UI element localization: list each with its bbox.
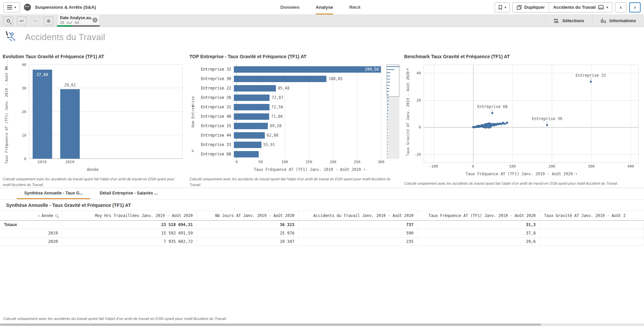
bar[interactable]	[234, 76, 326, 82]
bar-category-label[interactable]: Entreprise 32	[197, 67, 234, 72]
chevron-down-icon: ▾	[505, 6, 506, 9]
scrollbar-thumb[interactable]	[0, 324, 541, 326]
column-header[interactable]: Taux Gravité AT Janv. 2019 - Août 2	[540, 211, 644, 221]
selections-tool-button[interactable]: Sélections	[545, 15, 592, 27]
tab-detail-entreprise[interactable]: Détail Entreprise - Salariés ...	[92, 188, 165, 199]
y-axis-label: ▶ Taux Fréquence AT (TF1) Janv. 2019 - A…	[3, 65, 9, 159]
table-footnote: Calculé uniquement avec les accidents du…	[0, 315, 644, 323]
step-forward-icon[interactable]: ↪	[30, 16, 40, 25]
bar[interactable]	[33, 70, 52, 159]
x-tick-label: 150	[306, 160, 312, 164]
bar-category-label[interactable]: Entreprise 68	[197, 152, 234, 156]
bar-category-label[interactable]: Entreprise 33	[197, 142, 234, 147]
container-tabs: Synthèse Annuelle - Taux G... Détail Ent…	[0, 188, 644, 200]
bar-value-label: 55,91	[263, 142, 275, 147]
bookmarks-button[interactable]: ▾	[495, 2, 510, 12]
bar[interactable]	[234, 95, 270, 101]
bar-category-label[interactable]: Entreprise 30	[197, 76, 234, 81]
summary-table: ▲AnnéeMoy Hrs Travaillées Janv. 2019 - A…	[0, 211, 644, 246]
sheet: ß Accidents du Travail Evolution Taux Gr…	[0, 27, 644, 326]
svg-text:ß: ß	[13, 38, 15, 42]
clear-selections-icon[interactable]: ⊗	[44, 16, 53, 25]
selection-chip[interactable]: Date Analyse.au... 20 sur 64 ×	[57, 15, 100, 27]
bar[interactable]	[60, 89, 80, 159]
bar-category-label[interactable]: Entreprise 48	[197, 114, 234, 119]
cell: 590	[299, 229, 418, 238]
bar-row: Entreprise 4871,86	[197, 112, 399, 121]
step-back-icon[interactable]: ↩	[17, 16, 27, 25]
bar[interactable]	[234, 85, 276, 92]
axis-scroll-icon[interactable]: ▶	[407, 68, 409, 71]
bar[interactable]	[234, 123, 268, 129]
horizontal-scrollbar[interactable]	[0, 323, 644, 326]
column-header[interactable]: Nb Jours AT Janv. 2019 - Août 2020	[197, 211, 299, 221]
scatter-point[interactable]	[491, 112, 493, 114]
tab-analyse[interactable]: Analyse	[316, 0, 333, 14]
remove-selection-icon[interactable]: ×	[93, 17, 98, 23]
selections-bar: ↩ ↪ ⊗ Date Analyse.au... 20 sur 64 × Sél…	[0, 15, 644, 27]
column-header[interactable]: ▲Année	[0, 211, 62, 221]
chevron-down-icon: ▾	[606, 6, 608, 9]
search-icon[interactable]	[55, 214, 58, 217]
benchmark-plot-wrap: ▶ Taux Gravité AT Janv. 2019 - Août 2020…	[424, 65, 639, 163]
bar[interactable]	[234, 104, 270, 110]
current-sheet-name: Accidents du Travail	[553, 5, 596, 10]
bar-category-label[interactable]: Entreprise 22	[197, 86, 234, 90]
bar-category-label[interactable]: Entreprise 15	[197, 123, 234, 128]
gridline	[512, 65, 513, 162]
global-menu-button[interactable]: ▾	[3, 2, 20, 12]
bar-category-label[interactable]: Entreprise 44	[197, 133, 234, 138]
gridline	[591, 65, 592, 162]
cell: 235	[299, 238, 418, 246]
scatter-point[interactable]	[590, 81, 592, 83]
tab-synthese-annuelle[interactable]: Synthèse Annuelle - Taux G...	[17, 188, 90, 199]
tab-recit[interactable]: Récit	[349, 0, 360, 14]
scatter-point[interactable]	[506, 122, 508, 124]
bar-category-label[interactable]: Entreprise 31	[197, 105, 234, 109]
duplicate-button[interactable]: Dupliquer	[513, 3, 549, 12]
minimap-viewport[interactable]	[387, 65, 399, 97]
row-label[interactable]: 2020	[0, 238, 62, 246]
cell: 36 323	[197, 221, 299, 229]
app-options-icon[interactable]: •••	[24, 4, 31, 11]
bar[interactable]	[234, 66, 381, 73]
point-label-connector	[492, 109, 493, 112]
chart-footnote: Calculé uniquement avec les accidents du…	[189, 176, 399, 187]
sort-ascending-icon: ▲	[38, 214, 39, 217]
bar[interactable]	[234, 113, 269, 120]
prev-sheet-button[interactable]: ‹	[615, 2, 627, 12]
x-axis-title[interactable]: Taux Fréquence AT (TF1) Janv. 2019 - Aoû…	[404, 172, 639, 176]
scatter-point[interactable]	[546, 124, 548, 126]
row-label[interactable]: Totaux	[0, 221, 62, 229]
evolution-xticks: 20192020	[29, 160, 183, 166]
axis-menu-icon: ▼	[575, 173, 577, 176]
bar[interactable]	[234, 132, 265, 139]
bar[interactable]	[234, 151, 259, 157]
x-tick-label: 100	[281, 160, 288, 164]
row-label[interactable]: 2019	[0, 229, 62, 238]
gridline	[434, 65, 434, 162]
bar-value-label: 85,48	[278, 86, 290, 90]
column-header[interactable]: Taux Fréquence AT (TF1) Janv. 2019 - Aoû…	[418, 211, 540, 221]
next-sheet-button[interactable]: ›	[629, 2, 641, 12]
y-tick-label: 20	[22, 110, 26, 114]
top-minimap[interactable]	[387, 65, 399, 159]
evolution-chart: Evolution Taux Gravité et Fréquence (TF1…	[0, 46, 187, 188]
bar-row: Entreprise 2285,48	[197, 83, 399, 93]
bar-category-label[interactable]: Entreprise 26	[197, 95, 234, 100]
evolution-plot: 01020304037,8429,61	[29, 65, 183, 159]
column-header[interactable]: Moy Hrs Travaillées Janv. 2019 - Août 20…	[62, 211, 197, 221]
tab-donnees[interactable]: Données	[280, 0, 299, 14]
sheet-selector[interactable]: Accidents du Travail ▾	[549, 3, 612, 12]
x-axis-title[interactable]: Taux Fréquence AT (TF1) Janv. 2019 - Aoû…	[237, 167, 383, 172]
bar-value-label: 29,61	[64, 83, 76, 87]
insights-button[interactable]: Informations	[592, 15, 644, 27]
smart-search-icon[interactable]	[3, 16, 13, 25]
x-tick-label: 300	[588, 164, 595, 169]
charts-row: Evolution Taux Gravité et Fréquence (TF1…	[0, 46, 644, 188]
cell	[540, 238, 644, 246]
hamburger-icon	[7, 5, 12, 9]
column-header[interactable]: Accidents du Travail Janv. 2019 - Août 2…	[299, 211, 418, 221]
bar[interactable]	[234, 142, 261, 148]
gridline	[424, 154, 638, 155]
